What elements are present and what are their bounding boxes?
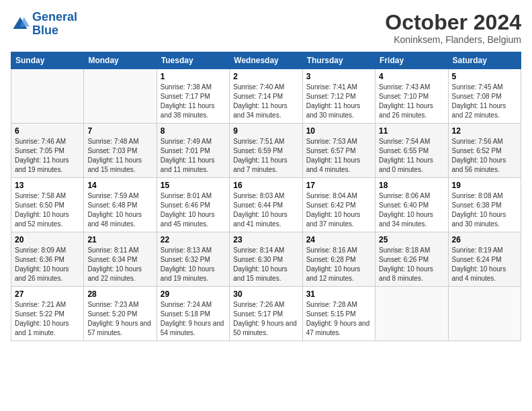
calendar-cell (448, 287, 521, 341)
weekday-header: Wednesday (230, 52, 302, 69)
day-info: Sunrise: 7:46 AM Sunset: 7:05 PM Dayligh… (15, 137, 80, 175)
calendar-week-row: 13Sunrise: 7:58 AM Sunset: 6:50 PM Dayli… (11, 178, 521, 232)
calendar-cell: 15Sunrise: 8:01 AM Sunset: 6:46 PM Dayli… (157, 178, 229, 232)
weekday-header: Saturday (448, 52, 521, 69)
day-info: Sunrise: 8:04 AM Sunset: 6:42 PM Dayligh… (306, 191, 371, 229)
calendar-cell: 17Sunrise: 8:04 AM Sunset: 6:42 PM Dayli… (302, 178, 375, 232)
day-info: Sunrise: 8:16 AM Sunset: 6:28 PM Dayligh… (306, 246, 371, 283)
day-info: Sunrise: 7:58 AM Sunset: 6:50 PM Dayligh… (15, 191, 80, 229)
calendar-cell: 21Sunrise: 8:11 AM Sunset: 6:34 PM Dayli… (84, 232, 157, 287)
day-info: Sunrise: 7:45 AM Sunset: 7:08 PM Dayligh… (452, 83, 517, 120)
calendar-cell: 5Sunrise: 7:45 AM Sunset: 7:08 PM Daylig… (448, 69, 521, 124)
calendar-cell: 7Sunrise: 7:48 AM Sunset: 7:03 PM Daylig… (84, 124, 157, 178)
weekday-header: Sunday (11, 52, 84, 69)
day-info: Sunrise: 7:24 AM Sunset: 5:18 PM Dayligh… (161, 300, 226, 338)
day-number: 10 (306, 126, 371, 136)
day-number: 7 (87, 126, 152, 136)
day-number: 8 (161, 126, 226, 136)
weekday-header: Thursday (302, 52, 375, 69)
day-number: 14 (87, 181, 152, 190)
day-info: Sunrise: 8:01 AM Sunset: 6:46 PM Dayligh… (161, 191, 226, 229)
day-info: Sunrise: 7:21 AM Sunset: 5:22 PM Dayligh… (15, 300, 80, 338)
day-info: Sunrise: 7:23 AM Sunset: 5:20 PM Dayligh… (87, 300, 152, 338)
calendar-cell (84, 69, 157, 124)
day-info: Sunrise: 7:28 AM Sunset: 5:15 PM Dayligh… (306, 300, 371, 338)
day-number: 31 (306, 289, 371, 299)
day-number: 21 (87, 235, 152, 244)
day-number: 18 (379, 181, 444, 190)
calendar-cell: 18Sunrise: 8:06 AM Sunset: 6:40 PM Dayli… (375, 178, 448, 232)
calendar-cell: 11Sunrise: 7:54 AM Sunset: 6:55 PM Dayli… (375, 124, 448, 178)
calendar-week-row: 6Sunrise: 7:46 AM Sunset: 7:05 PM Daylig… (11, 124, 521, 178)
calendar-cell: 9Sunrise: 7:51 AM Sunset: 6:59 PM Daylig… (230, 124, 302, 178)
location: Koninksem, Flanders, Belgium (385, 34, 521, 45)
day-info: Sunrise: 8:03 AM Sunset: 6:44 PM Dayligh… (233, 191, 298, 229)
calendar-table: SundayMondayTuesdayWednesdayThursdayFrid… (11, 52, 521, 341)
day-number: 27 (15, 289, 80, 299)
day-number: 5 (452, 72, 517, 81)
title-block: October 2024 Koninksem, Flanders, Belgiu… (385, 11, 521, 45)
day-number: 22 (161, 235, 226, 244)
calendar-cell: 10Sunrise: 7:53 AM Sunset: 6:57 PM Dayli… (302, 124, 375, 178)
day-number: 16 (233, 181, 298, 190)
day-number: 6 (15, 126, 80, 136)
calendar-cell: 24Sunrise: 8:16 AM Sunset: 6:28 PM Dayli… (302, 232, 375, 287)
calendar-cell: 28Sunrise: 7:23 AM Sunset: 5:20 PM Dayli… (84, 287, 157, 341)
calendar-body: 1Sunrise: 7:38 AM Sunset: 7:17 PM Daylig… (11, 69, 521, 341)
day-info: Sunrise: 7:51 AM Sunset: 6:59 PM Dayligh… (233, 137, 298, 175)
calendar-week-row: 1Sunrise: 7:38 AM Sunset: 7:17 PM Daylig… (11, 69, 521, 124)
day-number: 11 (379, 126, 444, 136)
weekday-header: Tuesday (157, 52, 229, 69)
calendar-week-row: 27Sunrise: 7:21 AM Sunset: 5:22 PM Dayli… (11, 287, 521, 341)
logo-text: General Blue (32, 11, 77, 38)
calendar-cell: 20Sunrise: 8:09 AM Sunset: 6:36 PM Dayli… (11, 232, 84, 287)
calendar-cell: 2Sunrise: 7:40 AM Sunset: 7:14 PM Daylig… (230, 69, 302, 124)
day-number: 1 (161, 72, 226, 81)
calendar-cell: 25Sunrise: 8:18 AM Sunset: 6:26 PM Dayli… (375, 232, 448, 287)
day-info: Sunrise: 8:19 AM Sunset: 6:24 PM Dayligh… (452, 246, 517, 283)
weekday-header: Monday (84, 52, 157, 69)
day-number: 4 (379, 72, 444, 81)
day-number: 17 (306, 181, 371, 190)
calendar-cell: 30Sunrise: 7:26 AM Sunset: 5:17 PM Dayli… (230, 287, 302, 341)
day-number: 2 (233, 72, 298, 81)
calendar-cell: 1Sunrise: 7:38 AM Sunset: 7:17 PM Daylig… (157, 69, 229, 124)
day-info: Sunrise: 7:48 AM Sunset: 7:03 PM Dayligh… (87, 137, 152, 175)
day-info: Sunrise: 8:08 AM Sunset: 6:38 PM Dayligh… (452, 191, 517, 229)
day-number: 13 (15, 181, 80, 190)
weekday-header-row: SundayMondayTuesdayWednesdayThursdayFrid… (11, 52, 521, 69)
weekday-header: Friday (375, 52, 448, 69)
calendar-cell: 4Sunrise: 7:43 AM Sunset: 7:10 PM Daylig… (375, 69, 448, 124)
calendar-cell: 6Sunrise: 7:46 AM Sunset: 7:05 PM Daylig… (11, 124, 84, 178)
calendar-cell: 19Sunrise: 8:08 AM Sunset: 6:38 PM Dayli… (448, 178, 521, 232)
day-number: 25 (379, 235, 444, 244)
day-info: Sunrise: 7:53 AM Sunset: 6:57 PM Dayligh… (306, 137, 371, 175)
day-info: Sunrise: 7:54 AM Sunset: 6:55 PM Dayligh… (379, 137, 444, 175)
day-info: Sunrise: 7:59 AM Sunset: 6:48 PM Dayligh… (87, 191, 152, 229)
day-info: Sunrise: 8:18 AM Sunset: 6:26 PM Dayligh… (379, 246, 444, 283)
day-info: Sunrise: 7:38 AM Sunset: 7:17 PM Dayligh… (161, 83, 226, 120)
logo-icon (11, 15, 30, 34)
day-number: 28 (87, 289, 152, 299)
day-info: Sunrise: 7:26 AM Sunset: 5:17 PM Dayligh… (233, 300, 298, 338)
calendar-cell: 22Sunrise: 8:13 AM Sunset: 6:32 PM Dayli… (157, 232, 229, 287)
month-title: October 2024 (385, 11, 521, 34)
day-number: 30 (233, 289, 298, 299)
day-number: 26 (452, 235, 517, 244)
day-number: 20 (15, 235, 80, 244)
day-number: 12 (452, 126, 517, 136)
day-info: Sunrise: 8:11 AM Sunset: 6:34 PM Dayligh… (87, 246, 152, 283)
calendar-cell: 13Sunrise: 7:58 AM Sunset: 6:50 PM Dayli… (11, 178, 84, 232)
day-number: 24 (306, 235, 371, 244)
logo: General Blue (11, 11, 77, 38)
calendar-cell (11, 69, 84, 124)
calendar-cell (375, 287, 448, 341)
day-info: Sunrise: 7:40 AM Sunset: 7:14 PM Dayligh… (233, 83, 298, 120)
calendar-cell: 8Sunrise: 7:49 AM Sunset: 7:01 PM Daylig… (157, 124, 229, 178)
page-header: General Blue October 2024 Koninksem, Fla… (11, 11, 521, 45)
day-info: Sunrise: 8:13 AM Sunset: 6:32 PM Dayligh… (161, 246, 226, 283)
day-number: 19 (452, 181, 517, 190)
calendar-cell: 16Sunrise: 8:03 AM Sunset: 6:44 PM Dayli… (230, 178, 302, 232)
day-info: Sunrise: 8:14 AM Sunset: 6:30 PM Dayligh… (233, 246, 298, 283)
day-number: 23 (233, 235, 298, 244)
